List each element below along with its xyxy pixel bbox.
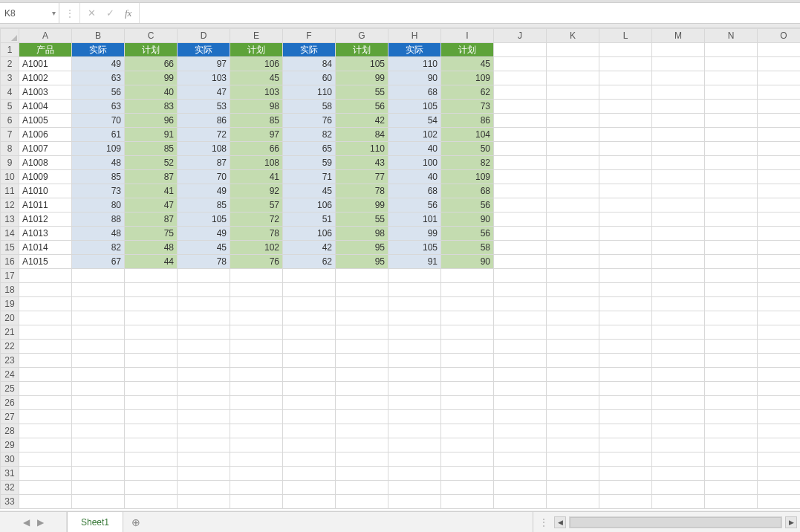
cell-N1[interactable] [705, 43, 758, 57]
cell-I30[interactable] [441, 452, 494, 467]
cell-M17[interactable] [652, 269, 705, 283]
cell-D3[interactable]: 103 [178, 71, 230, 85]
cell-H22[interactable] [388, 340, 441, 354]
sheet-tab-active[interactable]: Sheet1 [67, 512, 123, 532]
cell-F20[interactable] [283, 311, 336, 325]
cell-H18[interactable] [388, 283, 441, 297]
cell-N26[interactable] [705, 396, 758, 410]
cell-E31[interactable] [230, 467, 283, 481]
cell-J11[interactable] [494, 184, 547, 198]
cell-L29[interactable] [599, 438, 652, 452]
cell-M11[interactable] [652, 184, 705, 198]
cell-A19[interactable] [19, 297, 72, 311]
cell-K3[interactable] [547, 71, 599, 85]
cell-M25[interactable] [652, 382, 705, 396]
cell-E21[interactable] [230, 325, 283, 340]
cell-B5[interactable]: 63 [72, 100, 125, 114]
row-header-14[interactable]: 14 [1, 227, 19, 241]
cell-K19[interactable] [547, 297, 599, 311]
cell-J3[interactable] [494, 71, 547, 85]
cell-B29[interactable] [72, 438, 125, 452]
cell-K5[interactable] [547, 100, 599, 114]
cell-D20[interactable] [178, 311, 230, 325]
cell-A6[interactable]: A1005 [19, 114, 72, 128]
cell-N27[interactable] [705, 410, 758, 424]
cell-E23[interactable] [230, 354, 283, 368]
cell-B21[interactable] [72, 325, 125, 340]
cell-N5[interactable] [705, 100, 758, 114]
row-header-13[interactable]: 13 [1, 213, 19, 227]
cell-J5[interactable] [494, 100, 547, 114]
cell-I20[interactable] [441, 311, 494, 325]
cell-L18[interactable] [599, 283, 652, 297]
cell-D5[interactable]: 53 [178, 100, 230, 114]
cell-E17[interactable] [230, 269, 283, 283]
row-header-21[interactable]: 21 [1, 325, 19, 340]
cell-I2[interactable]: 45 [441, 57, 494, 71]
cell-L5[interactable] [599, 100, 652, 114]
cell-C24[interactable] [125, 368, 178, 382]
cell-D21[interactable] [178, 325, 230, 340]
cell-L33[interactable] [599, 495, 652, 509]
row-header-6[interactable]: 6 [1, 114, 19, 128]
cell-H5[interactable]: 105 [388, 100, 441, 114]
cell-H10[interactable]: 40 [388, 170, 441, 184]
cell-O24[interactable] [758, 368, 801, 382]
cell-G9[interactable]: 43 [336, 156, 388, 170]
cell-J14[interactable] [494, 227, 547, 241]
cell-J26[interactable] [494, 396, 547, 410]
scroll-thumb[interactable] [570, 517, 781, 528]
cell-K32[interactable] [547, 481, 599, 495]
cell-I6[interactable]: 86 [441, 114, 494, 128]
cell-O8[interactable] [758, 142, 801, 156]
cell-L2[interactable] [599, 57, 652, 71]
column-header-H[interactable]: H [388, 29, 441, 43]
cell-G30[interactable] [336, 452, 388, 467]
cell-M10[interactable] [652, 170, 705, 184]
cell-E25[interactable] [230, 382, 283, 396]
cell-L9[interactable] [599, 156, 652, 170]
cell-G27[interactable] [336, 410, 388, 424]
cell-D9[interactable]: 87 [178, 156, 230, 170]
cell-F2[interactable]: 84 [283, 57, 336, 71]
cell-H32[interactable] [388, 481, 441, 495]
cell-C22[interactable] [125, 340, 178, 354]
cell-J2[interactable] [494, 57, 547, 71]
cell-D4[interactable]: 47 [178, 85, 230, 100]
cell-D23[interactable] [178, 354, 230, 368]
sheet-nav-prev-icon[interactable]: ◀ [23, 517, 30, 528]
cell-J21[interactable] [494, 325, 547, 340]
cell-N6[interactable] [705, 114, 758, 128]
cell-J30[interactable] [494, 452, 547, 467]
cell-O27[interactable] [758, 410, 801, 424]
cell-L1[interactable] [599, 43, 652, 57]
cell-B10[interactable]: 85 [72, 170, 125, 184]
cell-L23[interactable] [599, 354, 652, 368]
cell-H12[interactable]: 56 [388, 198, 441, 213]
cell-O31[interactable] [758, 467, 801, 481]
cell-O29[interactable] [758, 438, 801, 452]
row-header-1[interactable]: 1 [1, 43, 19, 57]
cell-C18[interactable] [125, 283, 178, 297]
cell-I10[interactable]: 109 [441, 170, 494, 184]
cell-G23[interactable] [336, 354, 388, 368]
cell-E28[interactable] [230, 424, 283, 438]
cell-B24[interactable] [72, 368, 125, 382]
cell-O32[interactable] [758, 481, 801, 495]
cell-H15[interactable]: 105 [388, 241, 441, 255]
row-header-24[interactable]: 24 [1, 368, 19, 382]
cell-E1[interactable]: 计划 [230, 43, 283, 57]
cell-M6[interactable] [652, 114, 705, 128]
cell-F12[interactable]: 106 [283, 198, 336, 213]
cell-E2[interactable]: 106 [230, 57, 283, 71]
cell-K11[interactable] [547, 184, 599, 198]
cell-M15[interactable] [652, 241, 705, 255]
cell-J27[interactable] [494, 410, 547, 424]
cell-A17[interactable] [19, 269, 72, 283]
cell-E26[interactable] [230, 396, 283, 410]
cell-E7[interactable]: 97 [230, 128, 283, 142]
cell-L19[interactable] [599, 297, 652, 311]
cell-D14[interactable]: 49 [178, 227, 230, 241]
cell-I28[interactable] [441, 424, 494, 438]
cell-C14[interactable]: 75 [125, 227, 178, 241]
